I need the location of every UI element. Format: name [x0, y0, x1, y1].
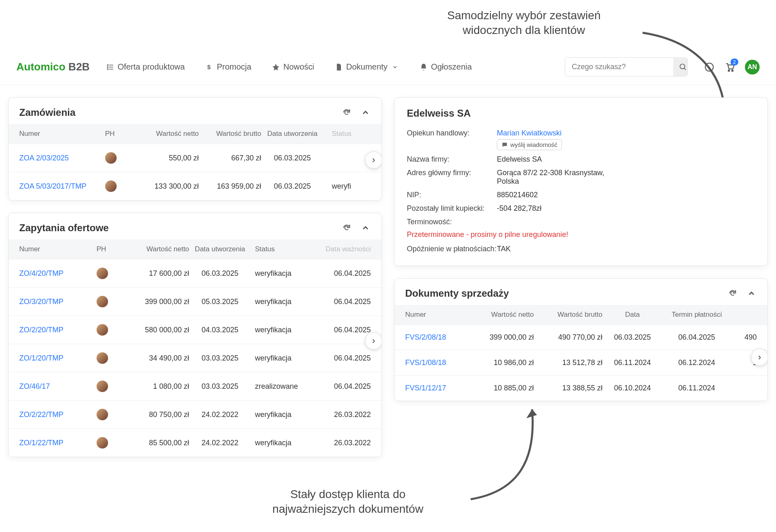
nav-news[interactable]: Nowości — [272, 62, 314, 72]
offers-title: Zapytania ofertowe — [19, 222, 109, 234]
label-limit: Pozostały limit kupiecki: — [407, 204, 497, 213]
sales-title: Dokumenty sprzedaży — [405, 288, 509, 299]
cell-gross: 490 770,00 zł — [534, 333, 602, 342]
cell-status: weryfikacja — [251, 326, 317, 334]
svg-point-7 — [680, 64, 685, 69]
dollar-icon: $ — [205, 63, 214, 71]
order-link[interactable]: ZOA 5/03/2017/TMP — [19, 182, 86, 190]
svg-rect-3 — [109, 65, 113, 65]
cell-net: 133 300,00 zł — [136, 182, 199, 191]
scroll-right-button[interactable]: › — [751, 349, 768, 366]
nav-docs-label: Dokumenty — [346, 62, 388, 72]
offer-link[interactable]: ZO/46/17 — [19, 382, 50, 390]
cell-gross: 667,30 zł — [199, 154, 262, 162]
table-row: ZO/2/20/TMP 580 000,00 zł 04.03.2025 wer… — [9, 316, 381, 344]
label-nip: NIP: — [407, 191, 497, 199]
cell-net: 550,00 zł — [136, 154, 199, 162]
offer-link[interactable]: ZO/2/20/TMP — [19, 326, 63, 334]
cell-status: weryfikacja — [251, 298, 317, 306]
refresh-button[interactable] — [727, 288, 738, 299]
label-address: Adres główny firmy: — [407, 169, 497, 186]
nav-offer-label: Oferta produktowa — [117, 62, 185, 72]
table-row: FVS/1/08/18 10 986,00 zł 13 512,78 zł 06… — [395, 350, 767, 375]
overdue-warning: Przeterminowane - prosimy o pilne uregul… — [407, 229, 755, 242]
cell-date: 06.03.2025 — [602, 333, 663, 342]
orders-title: Zamówienia — [19, 107, 75, 118]
refresh-button[interactable] — [341, 107, 352, 118]
avatar-icon — [105, 152, 117, 164]
sales-link[interactable]: FVS/1/12/17 — [405, 384, 446, 392]
col-extra — [731, 311, 757, 319]
document-icon — [335, 63, 343, 71]
cart-badge: 2 — [731, 59, 738, 65]
label-term: Terminowość: — [407, 218, 497, 226]
cell-net: 85 500,00 zł — [120, 439, 189, 447]
order-link[interactable]: ZOA 2/03/2025 — [19, 154, 69, 162]
avatar-icon — [97, 381, 108, 392]
cell-net: 10 986,00 zł — [474, 358, 534, 367]
label-company-name: Nazwa firmy: — [407, 155, 497, 164]
search-input[interactable] — [565, 58, 673, 76]
refresh-button[interactable] — [341, 223, 352, 233]
cell-gross: 13 388,55 zł — [534, 384, 602, 392]
nav-announcements[interactable]: Ogłoszenia — [420, 62, 472, 72]
nav-docs[interactable]: Dokumenty — [335, 62, 399, 72]
col-number: Numer — [19, 245, 97, 253]
col-gross: Wartość brutto — [534, 311, 602, 319]
offers-header-row: Numer PH Wartość netto Data utworzenia S… — [9, 239, 381, 259]
logo[interactable]: Automico B2B — [16, 61, 90, 73]
chevron-up-icon — [361, 108, 370, 117]
search-button[interactable] — [673, 58, 688, 76]
cell-net: 580 000,00 zł — [120, 326, 189, 334]
col-due: Termin płatności — [663, 311, 731, 319]
scroll-right-button[interactable]: › — [365, 332, 382, 349]
chat-icon[interactable] — [704, 62, 715, 72]
col-valid: Data ważności — [317, 245, 371, 253]
svg-point-10 — [728, 70, 729, 71]
table-row: ZO/1/20/TMP 34 490,00 zł 03.03.2025 wery… — [9, 344, 381, 372]
scroll-right-button[interactable]: › — [365, 151, 382, 169]
company-title: Edelweiss SA — [407, 108, 755, 119]
refresh-icon — [728, 289, 737, 298]
nav-promo[interactable]: $Promocja — [205, 62, 251, 72]
val-company-name: Edelweiss SA — [497, 155, 755, 164]
col-status: Status — [251, 245, 317, 253]
search-box[interactable] — [565, 57, 688, 77]
collapse-button[interactable] — [746, 288, 757, 299]
offer-link[interactable]: ZO/2/22/TMP — [19, 410, 63, 419]
avatar-icon — [97, 409, 108, 420]
cell-extra: 490 — [731, 333, 757, 342]
refresh-icon — [342, 223, 351, 232]
offer-link[interactable]: ZO/1/20/TMP — [19, 354, 63, 362]
table-row: ZO/4/20/TMP 17 600,00 zł 06.03.2025 wery… — [9, 259, 381, 287]
sales-header-row: Numer Wartość netto Wartość brutto Data … — [395, 305, 767, 325]
cell-valid: 26.03.2022 — [317, 410, 371, 419]
sales-link[interactable]: FVS/1/08/18 — [405, 358, 446, 367]
collapse-button[interactable] — [360, 223, 371, 233]
offer-link[interactable]: ZO/4/20/TMP — [19, 269, 63, 277]
avatar[interactable]: AN — [745, 60, 760, 74]
cell-date: 06.11.2024 — [602, 358, 663, 367]
val-delay: TAK — [497, 245, 755, 253]
send-message-button[interactable]: wyślij wiadomość — [497, 139, 562, 150]
cell-date: 04.03.2025 — [189, 326, 251, 334]
manager-link[interactable]: Marian Kwiatkowski — [497, 129, 562, 137]
cell-net: 399 000,00 zł — [120, 298, 189, 306]
col-date: Data utworzenia — [189, 245, 251, 253]
sales-link[interactable]: FVS/2/08/18 — [405, 333, 446, 341]
cell-date: 24.02.2022 — [189, 439, 251, 447]
table-row: ZO/2/22/TMP 80 750,00 zł 24.02.2022 wery… — [9, 400, 381, 428]
collapse-button[interactable] — [360, 107, 371, 118]
chevron-down-icon — [391, 63, 399, 71]
nav-offer[interactable]: Oferta produktowa — [106, 62, 185, 72]
cart-button[interactable]: 2 — [724, 62, 735, 72]
col-ph: PH — [97, 245, 120, 253]
val-address: Gorąca 87/2 22-308 Krasnystaw, Polska — [497, 169, 628, 186]
nav-announcements-label: Ogłoszenia — [431, 62, 472, 72]
chevron-up-icon — [361, 223, 370, 232]
offer-link[interactable]: ZO/3/20/TMP — [19, 298, 63, 306]
table-row: ZO/46/17 1 080,00 zł 03.03.2025 zrealizo… — [9, 372, 381, 400]
avatar-icon — [97, 437, 108, 449]
offer-link[interactable]: ZO/1/22/TMP — [19, 439, 63, 447]
col-gross: Wartość brutto — [199, 130, 262, 138]
